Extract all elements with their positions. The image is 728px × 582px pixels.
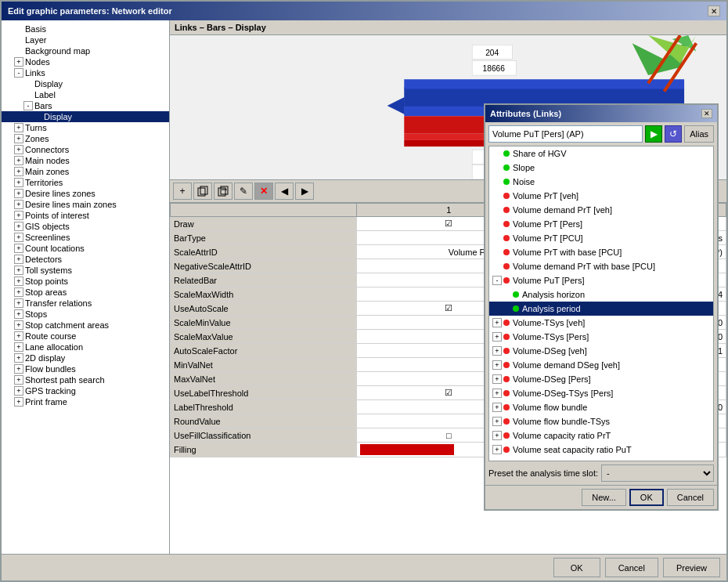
attr-item-volume-demand-prt-veh[interactable]: Volume demand PrT [veh] bbox=[489, 203, 713, 217]
expander-main-nodes[interactable]: + bbox=[14, 156, 23, 165]
dialog-alias-button[interactable]: Alias bbox=[684, 125, 714, 143]
expander-stops[interactable]: + bbox=[14, 309, 23, 319]
expander-transfer-relations[interactable]: + bbox=[14, 298, 23, 308]
sidebar-item-background-map[interactable]: Background map bbox=[2, 45, 169, 56]
attr-expander-volume-flow-bundle[interactable]: + bbox=[492, 403, 502, 412]
expander-zones[interactable]: + bbox=[14, 134, 23, 143]
sidebar-item-2d-display[interactable]: +2D display bbox=[2, 352, 169, 363]
expander-bars[interactable]: - bbox=[23, 101, 33, 110]
forward-button[interactable]: ▶ bbox=[295, 183, 314, 200]
sidebar-item-count-locations[interactable]: +Count locations bbox=[2, 243, 169, 254]
expander-toll-systems[interactable]: + bbox=[14, 266, 23, 275]
sidebar-item-transfer-relations[interactable]: +Transfer relations bbox=[2, 298, 169, 309]
expander-flow-bundles[interactable]: + bbox=[14, 364, 23, 374]
window-close-button[interactable]: ✕ bbox=[708, 5, 720, 16]
sidebar-item-basis[interactable]: Basis bbox=[2, 23, 169, 34]
add-button[interactable]: + bbox=[173, 183, 192, 200]
attr-item-volume-demand-prt-with-base-pcu[interactable]: Volume demand PrT with base [PCU] bbox=[489, 259, 713, 273]
expander-nodes[interactable]: + bbox=[14, 57, 23, 67]
sidebar-item-shortest-path-search[interactable]: +Shortest path search bbox=[2, 374, 169, 385]
attr-item-share-hgv[interactable]: Share of HGV bbox=[489, 146, 713, 161]
expander-stop-areas[interactable]: + bbox=[14, 287, 23, 297]
sidebar-item-desire-lines-zones[interactable]: +Desire lines zones bbox=[2, 188, 169, 199]
sidebar-item-points-of-interest[interactable]: +Points of interest bbox=[2, 210, 169, 221]
attr-item-volume-prt-pcu[interactable]: Volume PrT [PCU] bbox=[489, 231, 713, 245]
attr-expander-volume-seat-capacity-ratio-put[interactable]: + bbox=[492, 445, 502, 454]
expander-stop-points[interactable]: + bbox=[14, 277, 23, 286]
expander-desire-lines-main-zones[interactable]: + bbox=[14, 200, 23, 209]
cancel-button[interactable]: Cancel bbox=[605, 558, 658, 577]
expander-stop-catchment-areas[interactable]: + bbox=[14, 320, 23, 330]
attr-item-volume-capacity-ratio-prt[interactable]: +Volume capacity ratio PrT bbox=[489, 428, 713, 443]
copy2-button[interactable] bbox=[214, 183, 232, 200]
sidebar-item-flow-bundles[interactable]: +Flow bundles bbox=[2, 363, 169, 374]
expander-main-zones[interactable]: + bbox=[14, 167, 23, 176]
expander-desire-lines-zones[interactable]: + bbox=[14, 189, 23, 198]
attr-expander-volume-tsys-pers[interactable]: + bbox=[492, 332, 502, 342]
sidebar-item-print-frame[interactable]: +Print frame bbox=[2, 396, 169, 407]
expander-lane-allocation[interactable]: + bbox=[14, 342, 23, 352]
preset-select[interactable]: - bbox=[601, 465, 714, 482]
attr-expander-volume-capacity-ratio-prt[interactable]: + bbox=[492, 431, 502, 440]
sidebar-item-route-course[interactable]: +Route course bbox=[2, 331, 169, 342]
sidebar-item-layer[interactable]: Layer bbox=[2, 34, 169, 45]
attr-item-volume-flow-bundle[interactable]: +Volume flow bundle bbox=[489, 400, 713, 414]
attr-item-analysis-period[interactable]: Analysis period bbox=[489, 302, 713, 316]
attr-item-volume-prt-veh[interactable]: Volume PrT [veh] bbox=[489, 189, 713, 203]
attr-expander-volume-flow-bundle-tsys[interactable]: + bbox=[492, 417, 502, 426]
attr-item-analysis-horizon[interactable]: Analysis horizon bbox=[489, 287, 713, 302]
expander-territories[interactable]: + bbox=[14, 178, 23, 187]
expander-detectors[interactable]: + bbox=[14, 255, 23, 264]
edit-button[interactable]: ✎ bbox=[234, 183, 253, 200]
expander-screenlines[interactable]: + bbox=[14, 233, 23, 242]
attr-item-volume-demand-dseg-veh[interactable]: +Volume demand DSeg [veh] bbox=[489, 358, 713, 372]
sidebar-item-territories[interactable]: +Territories bbox=[2, 177, 169, 188]
dialog-ok-button[interactable]: OK bbox=[629, 489, 664, 506]
ok-button[interactable]: OK bbox=[553, 558, 600, 577]
sidebar-item-nodes[interactable]: +Nodes bbox=[2, 56, 169, 67]
attr-item-volume-tsys-veh[interactable]: +Volume-TSys [veh] bbox=[489, 316, 713, 330]
sidebar-item-main-nodes[interactable]: +Main nodes bbox=[2, 155, 169, 166]
attr-item-volume-prt-with-base-pcu[interactable]: Volume PrT with base [PCU] bbox=[489, 245, 713, 259]
sidebar-item-links[interactable]: -Links bbox=[2, 67, 169, 78]
attr-expander-volume-demand-dseg-veh[interactable]: + bbox=[492, 360, 502, 370]
dialog-close-button[interactable]: ✕ bbox=[701, 109, 712, 118]
attr-item-volume-dseg-pers[interactable]: +Volume-DSeg [Pers] bbox=[489, 372, 713, 386]
attr-item-volume-put-pers[interactable]: -Volume PuT [Pers] bbox=[489, 273, 713, 287]
expander-route-course[interactable]: + bbox=[14, 331, 23, 341]
back-button[interactable]: ◀ bbox=[275, 183, 294, 200]
expander-gis-objects[interactable]: + bbox=[14, 222, 23, 231]
sidebar-item-turns[interactable]: +Turns bbox=[2, 122, 169, 133]
delete-button[interactable]: ✕ bbox=[254, 183, 273, 200]
attr-expander-volume-dseg-veh[interactable]: + bbox=[492, 346, 502, 356]
sidebar-item-zones[interactable]: +Zones bbox=[2, 133, 169, 144]
dialog-play-button[interactable]: ▶ bbox=[645, 125, 662, 143]
sidebar-item-stops[interactable]: +Stops bbox=[2, 309, 169, 320]
attr-item-volume-prt-pers[interactable]: Volume PrT [Pers] bbox=[489, 217, 713, 231]
sidebar-item-desire-lines-main-zones[interactable]: +Desire lines main zones bbox=[2, 199, 169, 210]
attr-item-slope[interactable]: Slope bbox=[489, 161, 713, 175]
attribute-search-input[interactable] bbox=[488, 125, 643, 143]
sidebar-item-detectors[interactable]: +Detectors bbox=[2, 254, 169, 265]
expander-shortest-path-search[interactable]: + bbox=[14, 375, 23, 385]
sidebar-item-label[interactable]: Label bbox=[2, 89, 169, 100]
expander-count-locations[interactable]: + bbox=[14, 244, 23, 253]
dialog-cancel-button[interactable]: Cancel bbox=[667, 489, 714, 506]
expander-links[interactable]: - bbox=[14, 68, 23, 78]
sidebar-item-stop-points[interactable]: +Stop points bbox=[2, 276, 169, 287]
preview-button[interactable]: Preview bbox=[663, 558, 720, 577]
expander-turns[interactable]: + bbox=[14, 123, 23, 132]
expander-connectors[interactable]: + bbox=[14, 145, 23, 154]
copy1-button[interactable] bbox=[193, 183, 212, 200]
expander-print-frame[interactable]: + bbox=[14, 397, 23, 407]
dialog-refresh-button[interactable]: ↺ bbox=[665, 125, 682, 143]
sidebar-item-stop-areas[interactable]: +Stop areas bbox=[2, 287, 169, 298]
sidebar-item-bars[interactable]: -Bars bbox=[2, 100, 169, 111]
attr-item-noise[interactable]: Noise bbox=[489, 175, 713, 189]
sidebar-item-connectors[interactable]: +Connectors bbox=[2, 144, 169, 155]
attr-expander-volume-put-pers[interactable]: - bbox=[492, 276, 502, 285]
attr-expander-volume-dseg-pers[interactable]: + bbox=[492, 374, 502, 384]
attr-item-volume-seat-capacity-ratio-put[interactable]: +Volume seat capacity ratio PuT bbox=[489, 443, 713, 457]
sidebar-item-screenlines[interactable]: +Screenlines bbox=[2, 232, 169, 243]
attr-item-volume-flow-bundle-tsys[interactable]: +Volume flow bundle-TSys bbox=[489, 414, 713, 428]
